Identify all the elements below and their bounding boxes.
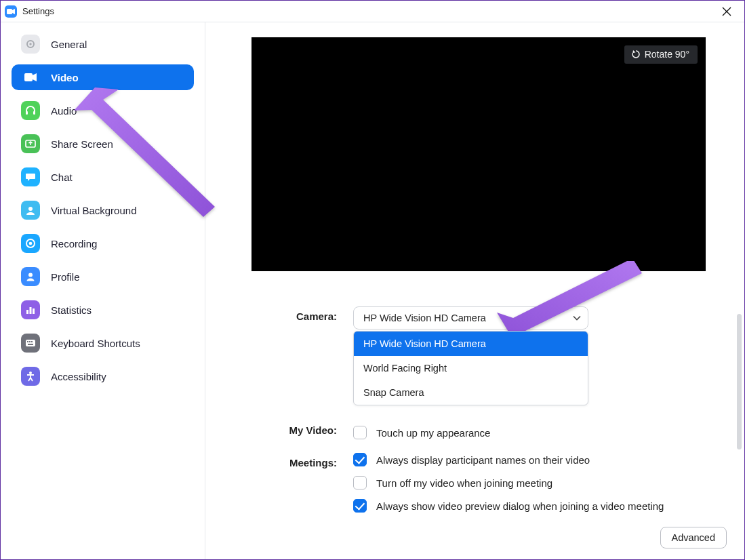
- camera-option[interactable]: Snap Camera: [354, 380, 588, 405]
- video-preview: Rotate 90°: [251, 37, 706, 271]
- camera-select[interactable]: HP Wide Vision HD Camera: [353, 306, 588, 329]
- sidebar-item-statistics[interactable]: Statistics: [12, 297, 194, 323]
- sidebar-item-share-screen[interactable]: Share Screen: [12, 131, 194, 157]
- share-icon: [21, 134, 40, 153]
- camera-option[interactable]: HP Wide Vision HD Camera: [354, 332, 588, 356]
- profile-icon: [21, 267, 40, 286]
- sidebar-item-label: Audio: [51, 105, 77, 117]
- sidebar: General Video Audio Share Screen Chat: [1, 22, 205, 559]
- svg-rect-16: [29, 341, 31, 342]
- sidebar-item-label: Video: [51, 72, 79, 83]
- sidebar-item-recording[interactable]: Recording: [12, 231, 194, 256]
- meetings-checkbox[interactable]: [353, 476, 367, 489]
- main-panel: Rotate 90° Camera: HP Wide Vision HD Cam…: [205, 22, 744, 559]
- sidebar-item-keyboard-shortcuts[interactable]: Keyboard Shortcuts: [12, 330, 194, 356]
- sidebar-item-label: Virtual Background: [51, 205, 136, 216]
- scrollbar[interactable]: [737, 314, 742, 449]
- svg-point-7: [28, 207, 33, 211]
- sidebar-item-virtual-background[interactable]: Virtual Background: [12, 197, 194, 223]
- person-icon: [21, 201, 40, 220]
- svg-point-9: [29, 242, 33, 245]
- rotate-label: Rotate 90°: [645, 49, 689, 60]
- annotation-arrow-icon: [497, 261, 646, 342]
- meetings-checkbox[interactable]: [353, 499, 367, 513]
- svg-rect-15: [27, 341, 28, 342]
- meetings-checkbox[interactable]: [353, 453, 367, 466]
- svg-rect-0: [7, 9, 12, 14]
- svg-rect-11: [26, 310, 28, 314]
- record-icon: [21, 234, 40, 253]
- close-button[interactable]: [713, 1, 740, 22]
- titlebar: Settings: [1, 1, 744, 22]
- sidebar-item-label: Chat: [51, 172, 73, 183]
- stats-icon: [21, 300, 40, 319]
- svg-rect-4: [26, 111, 28, 115]
- window-title: Settings: [22, 6, 54, 16]
- sidebar-item-label: Recording: [51, 238, 97, 249]
- advanced-button[interactable]: Advanced: [660, 527, 727, 548]
- svg-rect-13: [33, 308, 35, 314]
- svg-point-10: [28, 273, 33, 277]
- sidebar-item-label: General: [51, 39, 87, 50]
- meetings-opt-label: Always show video preview dialog when jo…: [376, 500, 664, 512]
- camera-label: Camera:: [238, 306, 353, 329]
- touchup-checkbox[interactable]: [353, 426, 367, 439]
- sidebar-item-label: Profile: [51, 271, 80, 283]
- rotate-button[interactable]: Rotate 90°: [624, 45, 698, 64]
- keyboard-icon: [21, 334, 40, 353]
- meetings-opt-label: Always display participant names on thei…: [376, 454, 590, 466]
- sidebar-item-audio[interactable]: Audio: [12, 98, 194, 123]
- camera-dropdown: HP Wide Vision HD Camera World Facing Ri…: [353, 331, 588, 405]
- sidebar-item-general[interactable]: General: [12, 31, 194, 57]
- app-icon: [5, 5, 17, 18]
- meetings-opt-label: Turn off my video when joining meeting: [376, 477, 552, 489]
- svg-point-19: [29, 372, 32, 374]
- gear-icon: [21, 35, 40, 54]
- rotate-icon: [631, 49, 641, 59]
- sidebar-item-profile[interactable]: Profile: [12, 264, 194, 289]
- sidebar-item-label: Accessibility: [51, 371, 106, 382]
- sidebar-item-label: Statistics: [51, 304, 92, 316]
- chat-icon: [21, 167, 40, 186]
- sidebar-item-label: Share Screen: [51, 138, 113, 150]
- camera-option[interactable]: World Facing Right: [354, 356, 588, 380]
- myvideo-label: My Video:: [238, 344, 353, 449]
- video-icon: [21, 68, 40, 87]
- svg-rect-3: [24, 73, 33, 81]
- svg-point-2: [29, 43, 31, 45]
- sidebar-item-accessibility[interactable]: Accessibility: [12, 363, 194, 389]
- accessibility-icon: [21, 367, 40, 386]
- touchup-label: Touch up my appearance: [376, 427, 490, 439]
- svg-rect-14: [26, 340, 35, 346]
- svg-rect-17: [31, 341, 33, 342]
- chevron-down-icon: [573, 313, 581, 323]
- headphones-icon: [21, 101, 40, 120]
- meetings-label: Meetings:: [238, 453, 353, 522]
- sidebar-item-video[interactable]: Video: [12, 64, 194, 90]
- svg-rect-5: [33, 111, 35, 115]
- camera-select-value: HP Wide Vision HD Camera: [363, 313, 486, 323]
- sidebar-item-chat[interactable]: Chat: [12, 164, 194, 190]
- svg-rect-12: [30, 307, 32, 314]
- svg-rect-18: [28, 344, 33, 345]
- sidebar-item-label: Keyboard Shortcuts: [51, 338, 140, 349]
